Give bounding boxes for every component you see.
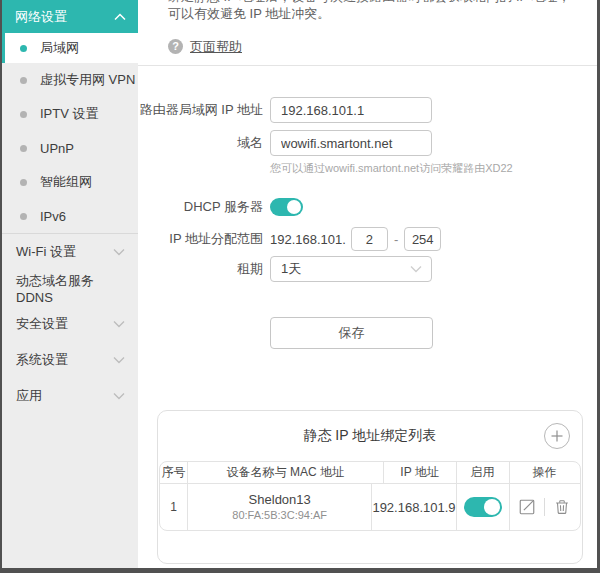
sidebar-item-label: 动态域名服务 DDNS <box>16 272 125 305</box>
intro-text: 可以有效避免 IP 地址冲突。 <box>168 5 571 22</box>
sidebar-item-label: IPTV 设置 <box>40 105 99 123</box>
bullet-icon <box>20 111 27 118</box>
bullet-icon <box>20 179 27 186</box>
lan-settings-form: 路由器局域网 IP 地址 域名 您可以通过wowifi.smartont.net… <box>138 66 599 349</box>
cell-enabled <box>457 484 510 530</box>
cell-ip: 192.168.101.9 <box>372 484 456 530</box>
add-binding-button[interactable] <box>544 423 570 449</box>
sidebar-item-security-settings[interactable]: 安全设置 <box>2 306 138 342</box>
edit-binding-button[interactable] <box>518 498 536 516</box>
sidebar-item-label: 局域网 <box>40 39 79 57</box>
cell-actions <box>510 484 580 530</box>
lease-select[interactable]: 1天 <box>270 256 432 282</box>
lease-row: 租期 1天 <box>138 256 599 282</box>
cell-device: Sheldon13 80:FA:5B:3C:94:AF <box>188 484 372 530</box>
toggle-knob <box>287 200 301 214</box>
col-header-enabled: 启用 <box>457 462 510 483</box>
static-ip-binding-card: 静态 IP 地址绑定列表 序号 设备名称与 MAC 地址 IP 地址 启用 操作… <box>157 410 583 564</box>
chevron-down-icon <box>113 320 125 328</box>
sidebar-item-upnp[interactable]: UPnP <box>2 131 138 165</box>
sidebar-item-label: 系统设置 <box>16 351 68 369</box>
ip-range-prefix: 192.168.101. <box>270 232 346 247</box>
dhcp-label: DHCP 服务器 <box>138 198 263 216</box>
domain-label: 域名 <box>138 134 263 152</box>
range-separator: - <box>394 232 398 247</box>
page-help-link[interactable]: ? 页面帮助 <box>168 39 242 54</box>
domain-input[interactable] <box>270 130 432 156</box>
col-header-index: 序号 <box>160 462 188 483</box>
toggle-knob <box>484 499 500 515</box>
bullet-icon <box>20 45 27 52</box>
chevron-down-icon <box>113 356 125 364</box>
domain-hint: 您可以通过wowifi.smartont.net访问荣耀路由XD22 <box>270 161 513 176</box>
main-content: 绑定静态 IP 地址后，设备每次连接路由器时都会获取相同的 IP 地址， 可以有… <box>138 0 599 568</box>
table-header-row: 序号 设备名称与 MAC 地址 IP 地址 启用 操作 <box>160 462 580 484</box>
binding-enable-toggle[interactable] <box>464 497 502 517</box>
sidebar-item-label: 应用 <box>16 387 42 405</box>
sidebar-item-label: 虚拟专用网 VPN <box>40 71 135 89</box>
bullet-icon <box>20 77 27 84</box>
sidebar-item-label: UPnP <box>40 141 74 156</box>
bullet-icon <box>20 213 27 220</box>
static-binding-title: 静态 IP 地址绑定列表 <box>303 427 436 445</box>
sidebar-item-iptv[interactable]: IPTV 设置 <box>2 97 138 131</box>
question-icon: ? <box>168 39 183 54</box>
lease-label: 租期 <box>138 260 263 278</box>
edit-icon <box>518 498 536 516</box>
sidebar-item-system-settings[interactable]: 系统设置 <box>2 342 138 378</box>
lan-ip-row: 路由器局域网 IP 地址 <box>138 97 599 123</box>
col-header-actions: 操作 <box>510 462 580 483</box>
col-header-ip: IP 地址 <box>384 462 457 483</box>
device-mac: 80:FA:5B:3C:94:AF <box>232 509 327 522</box>
sidebar-item-label: 智能组网 <box>40 173 92 191</box>
chevron-down-icon <box>113 248 125 256</box>
lease-selected-value: 1天 <box>281 260 301 278</box>
card-title-row: 静态 IP 地址绑定列表 <box>158 411 582 461</box>
sidebar-item-apps[interactable]: 应用 <box>2 378 138 414</box>
dhcp-row: DHCP 服务器 <box>138 198 599 216</box>
ip-range-end-input[interactable] <box>404 227 441 251</box>
dhcp-toggle[interactable] <box>270 198 303 216</box>
col-header-device: 设备名称与 MAC 地址 <box>188 462 384 483</box>
save-button[interactable]: 保存 <box>270 317 433 349</box>
domain-hint-row: 您可以通过wowifi.smartont.net访问荣耀路由XD22 <box>138 161 599 176</box>
device-name: Sheldon13 <box>249 492 311 507</box>
sidebar-group-network-settings[interactable]: 网络设置 <box>2 0 138 33</box>
sidebar-item-wifi-settings[interactable]: Wi-Fi 设置 <box>2 234 138 270</box>
ip-range-start-input[interactable] <box>351 227 388 251</box>
domain-row: 域名 <box>138 130 599 156</box>
sidebar-item-label: IPv6 <box>40 209 66 224</box>
sidebar: 网络设置 局域网 虚拟专用网 VPN IPTV 设置 UPnP 智能组网 IPv… <box>2 0 138 568</box>
ip-range-row: IP 地址分配范围 192.168.101. - <box>138 227 599 251</box>
ip-range-label: IP 地址分配范围 <box>138 230 263 248</box>
actions-divider <box>544 498 545 516</box>
router-admin-window: 网络设置 局域网 虚拟专用网 VPN IPTV 设置 UPnP 智能组网 IPv… <box>0 0 600 573</box>
sidebar-item-label: Wi-Fi 设置 <box>16 243 76 261</box>
plus-icon <box>550 429 564 443</box>
save-row: 保存 <box>270 317 599 349</box>
chevron-down-icon <box>113 392 125 400</box>
delete-binding-button[interactable] <box>553 498 571 516</box>
sidebar-item-vpn[interactable]: 虚拟专用网 VPN <box>2 63 138 97</box>
sidebar-group-label: 网络设置 <box>15 8 67 26</box>
table-row: 1 Sheldon13 80:FA:5B:3C:94:AF 192.168.10… <box>160 484 580 530</box>
trash-icon <box>553 498 571 516</box>
chevron-up-icon <box>114 13 126 21</box>
sidebar-item-mesh[interactable]: 智能组网 <box>2 165 138 199</box>
page-help-label: 页面帮助 <box>190 38 242 56</box>
intro-paragraph: 绑定静态 IP 地址后，设备每次连接路由器时都会获取相同的 IP 地址， 可以有… <box>138 0 599 22</box>
sidebar-item-ddns[interactable]: 动态域名服务 DDNS <box>2 270 138 306</box>
sidebar-item-lan[interactable]: 局域网 <box>2 33 138 63</box>
sidebar-item-ipv6[interactable]: IPv6 <box>2 199 138 233</box>
lan-ip-label: 路由器局域网 IP 地址 <box>138 101 263 119</box>
static-binding-table: 序号 设备名称与 MAC 地址 IP 地址 启用 操作 1 Sheldon13 … <box>159 461 581 531</box>
bullet-icon <box>20 145 27 152</box>
sidebar-item-label: 安全设置 <box>16 315 68 333</box>
chevron-down-icon <box>410 265 422 273</box>
cell-index: 1 <box>160 484 188 530</box>
lan-ip-input[interactable] <box>270 97 432 123</box>
